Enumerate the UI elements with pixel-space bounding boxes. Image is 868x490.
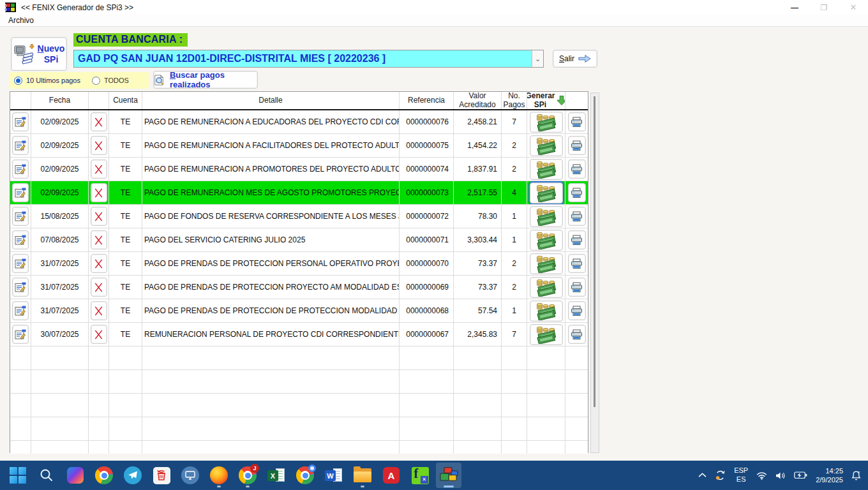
- tray-sync-icon[interactable]: [715, 470, 726, 480]
- taskbar-chrome-profile-2[interactable]: [292, 463, 318, 488]
- language-indicator[interactable]: ESPES: [734, 466, 748, 484]
- money-stack-icon: [535, 278, 558, 297]
- generar-spi-button[interactable]: [530, 324, 563, 345]
- print-row-button[interactable]: [568, 183, 586, 202]
- print-row-button[interactable]: [568, 160, 586, 179]
- edit-row-button[interactable]: [12, 278, 29, 297]
- start-button[interactable]: [5, 463, 31, 488]
- edit-row-button[interactable]: [12, 230, 29, 249]
- taskbar-acrobat[interactable]: A: [378, 463, 404, 488]
- taskbar-chrome[interactable]: [91, 463, 117, 488]
- radio-todos[interactable]: [92, 77, 100, 85]
- table-row[interactable]: 31/07/2025 TE PAGO DE PRENDAS DE PROTECC…: [10, 276, 588, 299]
- taskbar-excel[interactable]: X: [264, 463, 289, 488]
- header-valor-acreditado[interactable]: ValorAcreditado: [454, 92, 502, 109]
- minimize-button[interactable]: —: [780, 0, 809, 15]
- print-row-button[interactable]: [568, 207, 586, 226]
- chevron-down-icon[interactable]: ⌄: [532, 50, 543, 67]
- delete-row-button[interactable]: [91, 230, 107, 249]
- print-row-button[interactable]: [568, 325, 586, 344]
- table-row[interactable]: 02/09/2025 TE PAGO DE REMUNERACION A FAC…: [10, 134, 588, 158]
- edit-row-button[interactable]: [12, 301, 29, 320]
- generar-spi-button[interactable]: [530, 301, 563, 322]
- table-row[interactable]: 02/09/2025 TE PAGO DE REMUNERACION A EDU…: [10, 110, 588, 134]
- battery-icon[interactable]: [794, 471, 807, 479]
- table-row[interactable]: 02/09/2025 TE PAGO DE REMUNERACION MES D…: [10, 181, 588, 205]
- filter-panel: 10 Ultimos pagos TODOS: [9, 72, 149, 89]
- edit-row-button[interactable]: [12, 207, 29, 226]
- generar-spi-button[interactable]: [530, 277, 563, 298]
- salir-button[interactable]: Salir: [553, 50, 597, 68]
- scrollbar-thumb[interactable]: [594, 96, 595, 407]
- table-row[interactable]: 02/09/2025 TE PAGO DE REMUNERACION A PRO…: [10, 158, 588, 181]
- edit-row-button[interactable]: [12, 136, 29, 155]
- print-row-button[interactable]: [568, 230, 586, 249]
- delete-row-button[interactable]: [91, 301, 107, 320]
- header-cuenta[interactable]: Cuenta: [109, 92, 142, 109]
- generar-spi-button[interactable]: [530, 135, 563, 156]
- table-row[interactable]: 31/07/2025 TE PAGO DE PRENDAS DE PROTECC…: [10, 299, 588, 323]
- buscar-pagos-button[interactable]: Buscar pagos realizados: [153, 71, 258, 89]
- tray-chevron-up-icon[interactable]: [698, 473, 707, 478]
- row-fecha: 02/09/2025: [31, 181, 89, 204]
- volume-icon[interactable]: [775, 471, 786, 480]
- generar-spi-button[interactable]: [530, 112, 563, 133]
- delete-row-button[interactable]: [91, 112, 107, 131]
- delete-row-button[interactable]: [91, 325, 107, 344]
- delete-row-button[interactable]: [91, 254, 107, 273]
- delete-row-button[interactable]: [91, 183, 107, 202]
- wifi-icon[interactable]: [756, 471, 767, 480]
- taskbar-copilot[interactable]: [63, 463, 88, 488]
- printer-icon: [571, 117, 583, 128]
- edit-row-button[interactable]: [12, 254, 29, 273]
- taskbar-fenix[interactable]: f ✕: [407, 463, 433, 488]
- taskbar-spi-generator-active[interactable]: [436, 463, 461, 488]
- taskbar-cleaner-tool[interactable]: [149, 463, 174, 488]
- edit-row-button[interactable]: [12, 325, 29, 344]
- cuenta-bancaria-combobox[interactable]: GAD PQ SAN JUAN 12D01-DIREC-DISTRITAL MI…: [73, 50, 544, 68]
- delete-row-button[interactable]: [91, 207, 107, 226]
- edit-row-button[interactable]: [12, 183, 29, 202]
- generar-spi-button[interactable]: [530, 182, 563, 204]
- print-row-button[interactable]: [568, 254, 586, 273]
- menu-archivo[interactable]: Archivo: [6, 16, 36, 25]
- table-row[interactable]: 30/07/2025 TE REMUNERACION PERSONAL DE P…: [10, 323, 588, 346]
- delete-row-button[interactable]: [91, 278, 107, 297]
- table-row[interactable]: 15/08/2025 TE PAGO DE FONDOS DE RESERVA …: [10, 205, 588, 228]
- row-cuenta: TE: [109, 252, 142, 275]
- table-row[interactable]: 31/07/2025 TE PAGO DE PRENDAS DE PROTECC…: [10, 252, 588, 276]
- generar-spi-button[interactable]: [530, 159, 563, 180]
- generar-spi-button[interactable]: [530, 230, 563, 251]
- delete-row-button[interactable]: [91, 160, 107, 179]
- print-row-button[interactable]: [568, 301, 586, 320]
- table-row[interactable]: 07/08/2025 TE PAGO DEL SERVICIO CATERING…: [10, 228, 588, 252]
- close-button[interactable]: ✕: [839, 0, 868, 15]
- edit-row-button[interactable]: [12, 112, 29, 131]
- print-row-button[interactable]: [568, 278, 586, 297]
- taskbar-chrome-profile-j[interactable]: J: [235, 463, 260, 488]
- header-detalle[interactable]: Detalle: [142, 92, 400, 109]
- table-scrollbar[interactable]: [590, 93, 599, 453]
- maximize-button[interactable]: ❐: [809, 0, 839, 15]
- edit-row-button[interactable]: [12, 160, 29, 179]
- generar-spi-button[interactable]: [530, 253, 563, 274]
- delete-row-button[interactable]: [91, 136, 107, 155]
- radio-ultimos-pagos[interactable]: [14, 77, 22, 85]
- taskbar-word[interactable]: W: [321, 463, 347, 488]
- print-row-button[interactable]: [568, 112, 586, 131]
- taskbar-firefox[interactable]: [206, 463, 232, 488]
- header-referencia[interactable]: Referencia: [400, 92, 454, 109]
- header-fecha[interactable]: Fecha: [31, 92, 89, 109]
- nuevo-spi-button[interactable]: Nuevo SPi: [11, 37, 67, 71]
- header-generar-spi[interactable]: GenerarSPi: [527, 92, 565, 109]
- generar-spi-button[interactable]: [530, 206, 563, 227]
- notification-bell-icon[interactable]: z: [851, 470, 862, 480]
- taskbar-telegram[interactable]: [120, 463, 146, 488]
- clock[interactable]: 14:25 2/9/2025: [816, 466, 843, 485]
- header-no-pagos[interactable]: No.Pagos: [502, 92, 527, 109]
- taskbar-remote-display[interactable]: [177, 463, 203, 488]
- taskbar-file-explorer[interactable]: [350, 463, 375, 488]
- taskbar-search-button[interactable]: [34, 463, 59, 488]
- firefox-icon: [210, 466, 228, 484]
- print-row-button[interactable]: [568, 136, 586, 155]
